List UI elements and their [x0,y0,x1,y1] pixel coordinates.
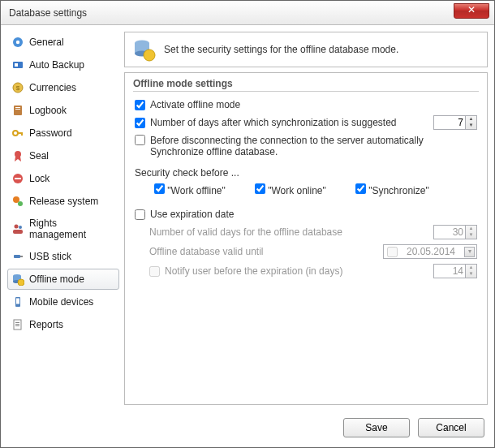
usb-icon [11,250,24,263]
sidebar-item-usb-stick[interactable]: USB stick [7,246,119,267]
activate-offline-mode-label: Activate offline mode [150,99,240,110]
cancel-button[interactable]: Cancel [418,418,484,437]
security-synchronize-input[interactable] [355,183,366,194]
security-check-heading: Security check before ... [135,167,239,179]
chevron-down-icon: ▾ [464,247,475,257]
sidebar-item-password[interactable]: Password [7,123,119,144]
before-disconnect-input[interactable] [135,135,145,145]
sidebar-item-label: Currencies [29,82,76,93]
security-work-online-input[interactable] [255,183,265,194]
svg-rect-8 [15,109,20,110]
security-work-offline-input[interactable] [154,183,165,194]
before-disconnect-label: Before disconnecting the connection to t… [150,135,424,157]
save-button[interactable]: Save [343,418,410,437]
svg-point-25 [18,279,24,286]
notify-checkbox: Notify user before the expiration (in da… [149,265,342,277]
sidebar-item-label: Mobile devices [29,296,93,308]
sidebar-item-release-system[interactable]: Release system [7,191,119,212]
book-icon [11,104,24,117]
sidebar-item-label: Offline mode [29,274,84,285]
key-icon [11,127,24,140]
close-button[interactable]: ✕ [454,3,489,19]
valid-days-label: Number of valid days for the offline dat… [149,226,342,238]
sidebar-item-rights-management[interactable]: Rights management [7,213,119,244]
main-pane: Set the security settings for the offlin… [124,32,488,405]
mobile-icon [11,295,24,308]
database-offline-icon [11,273,24,286]
svg-point-12 [15,151,21,157]
sidebar: General Auto Backup $ Currencies Logbook… [7,32,119,405]
svg-rect-6 [14,106,22,115]
security-work-offline-checkbox[interactable]: "Work offline" [154,183,226,196]
sidebar-item-currencies[interactable]: $ Currencies [7,77,119,98]
footer: Save Cancel [1,411,494,447]
notify-days-value [433,264,466,278]
sidebar-item-general[interactable]: General [7,32,119,53]
security-synchronize-label: "Synchronize" [368,185,429,196]
offline-mode-settings-group: Offline mode settings Activate offline m… [124,72,488,405]
sidebar-item-offline-mode[interactable]: Offline mode [7,269,119,290]
svg-rect-21 [20,256,23,257]
banner: Set the security settings for the offlin… [124,32,488,67]
svg-point-18 [19,226,22,229]
svg-rect-3 [15,63,18,67]
svg-rect-19 [13,230,23,234]
sidebar-item-seal[interactable]: Seal [7,145,119,166]
security-synchronize-checkbox[interactable]: "Synchronize" [355,183,429,196]
valid-until-datepicker: 20.05.2014 ▾ [383,244,477,259]
activate-offline-mode-input[interactable] [135,100,145,110]
svg-point-35 [144,50,155,61]
svg-rect-30 [15,324,19,325]
use-expiration-checkbox[interactable]: Use expiration date [135,209,234,220]
users-icon [11,222,24,235]
sync-days-label: Number of days after which synchronizati… [150,117,397,128]
sidebar-item-logbook[interactable]: Logbook [7,100,119,121]
svg-rect-27 [16,299,19,304]
use-expiration-input[interactable] [135,209,145,220]
backup-icon [11,58,24,71]
svg-rect-29 [15,322,19,323]
sync-days-value[interactable] [433,115,466,130]
prohibit-icon [11,172,24,185]
expiration-subblock: Number of valid days for the offline dat… [133,222,479,281]
sidebar-item-label: General [29,37,64,48]
sync-days-checkbox[interactable]: Number of days after which synchronizati… [135,117,397,128]
valid-until-label: Offline database valid until [149,246,264,257]
before-disconnect-line2: Synchronize offline database. [150,146,278,157]
use-expiration-label: Use expiration date [150,209,234,220]
sidebar-item-label: Seal [29,150,49,162]
svg-rect-7 [15,107,20,108]
window-title: Database settings [9,7,87,19]
currency-icon: $ [11,81,24,94]
sidebar-item-label: USB stick [29,251,71,262]
sidebar-item-label: Lock [29,173,50,184]
notify-days-spinner: ▲▼ [466,264,477,278]
before-disconnect-line1: Before disconnecting the connection to t… [150,135,424,146]
sidebar-item-reports[interactable]: Reports [7,314,119,335]
activate-offline-mode-checkbox[interactable]: Activate offline mode [135,99,240,110]
sidebar-item-lock[interactable]: Lock [7,168,119,189]
sidebar-item-label: Logbook [29,105,67,116]
content-area: General Auto Backup $ Currencies Logbook… [1,25,494,411]
sidebar-item-label: Rights management [29,218,114,240]
security-work-online-checkbox[interactable]: "Work online" [255,183,326,196]
notify-label: Notify user before the expiration (in da… [165,265,342,277]
svg-point-16 [18,201,23,206]
sidebar-item-mobile-devices[interactable]: Mobile devices [7,291,119,312]
svg-rect-31 [15,325,19,326]
before-disconnect-checkbox[interactable]: Before disconnecting the connection to t… [135,135,424,157]
sync-days-spinner[interactable]: ▲▼ [466,115,477,130]
ribbon-icon [11,149,24,162]
svg-point-1 [16,41,19,44]
valid-until-date-checkbox [387,247,398,257]
svg-point-15 [13,196,19,203]
group-heading: Offline mode settings [133,78,479,92]
sidebar-item-label: Password [29,127,72,139]
titlebar: Database settings ✕ [1,1,494,25]
valid-until-date-text: 20.05.2014 [407,246,455,257]
sync-days-input[interactable] [135,118,145,128]
gear-icon [11,36,24,49]
svg-rect-14 [15,178,21,179]
sidebar-item-auto-backup[interactable]: Auto Backup [7,54,119,75]
database-shield-icon [131,37,156,62]
